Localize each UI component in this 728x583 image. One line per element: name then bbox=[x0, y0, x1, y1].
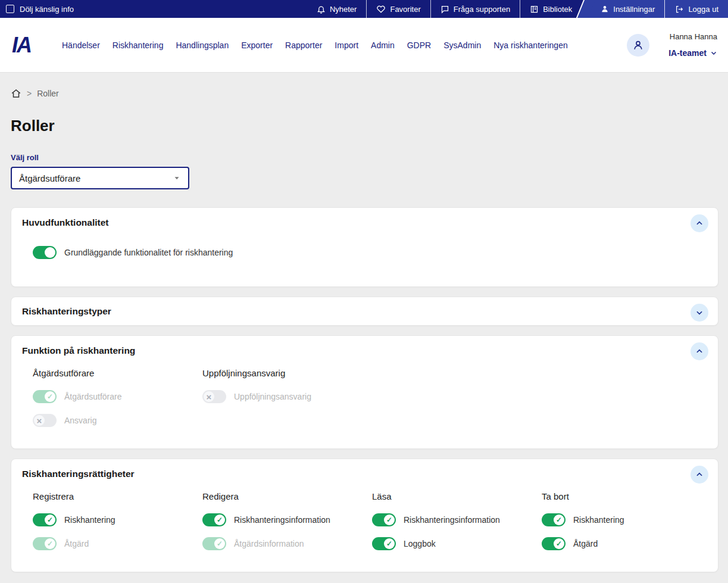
role-select-value: Åtgärdsutförare bbox=[19, 173, 80, 183]
avatar[interactable] bbox=[627, 34, 649, 57]
nav-item-admin[interactable]: Admin bbox=[371, 40, 395, 50]
toggle-switch[interactable] bbox=[33, 390, 57, 403]
column-ta-bort: Ta bort Riskhantering Åtgärd bbox=[542, 491, 711, 550]
toggle-switch[interactable] bbox=[202, 513, 226, 526]
toggle-label: Riskhanteringsinformation bbox=[234, 515, 330, 525]
card-title: Huvudfunktionalitet bbox=[22, 217, 707, 228]
topbar-menu: Nyheter Favoriter Fråga supporten Biblio… bbox=[307, 0, 582, 18]
topbar-item-label: Fråga supporten bbox=[454, 5, 510, 14]
nav-item-handlingsplan[interactable]: Handlingsplan bbox=[176, 40, 229, 50]
toggle-knob bbox=[34, 415, 45, 426]
collapse-button[interactable] bbox=[690, 304, 708, 322]
topbar-item-fraga-supporten[interactable]: Fråga supporten bbox=[430, 0, 520, 18]
page-title: Roller bbox=[11, 117, 728, 135]
nav-item-exporter[interactable]: Exporter bbox=[241, 40, 273, 50]
nav-item-import[interactable]: Import bbox=[335, 40, 358, 50]
toggle-knob bbox=[554, 538, 564, 549]
toggle-switch[interactable] bbox=[542, 537, 565, 550]
cards-container: Huvudfunktionalitet Grundläggande funkti… bbox=[0, 207, 728, 572]
toggle-row: Riskhantering bbox=[542, 513, 711, 526]
toggle-label: Riskhantering bbox=[573, 515, 624, 525]
toggle-label: Grundläggande funktionalitet för riskhan… bbox=[64, 248, 233, 257]
topbar-item-bibliotek[interactable]: Bibliotek bbox=[520, 0, 582, 18]
hide-sensitive-checkbox[interactable] bbox=[6, 5, 14, 13]
card-riskhanteringstyper: Riskhanteringstyper bbox=[11, 297, 718, 326]
column-lasa: Läsa Riskhanteringsinformation Loggbok bbox=[372, 491, 542, 550]
chevron-up-icon bbox=[695, 470, 704, 479]
topbar-item-logga-ut[interactable]: Logga ut bbox=[664, 0, 728, 18]
ia-logo[interactable]: IA bbox=[12, 33, 31, 58]
column-header: Åtgärdsutförare bbox=[33, 368, 202, 378]
collapse-button[interactable] bbox=[690, 466, 708, 484]
toggle-row: Åtgärd bbox=[542, 537, 711, 550]
chevron-up-icon bbox=[695, 347, 704, 356]
toggle-label: Åtgärd bbox=[64, 539, 89, 548]
column-header: Läsa bbox=[372, 491, 542, 501]
nav-item-nya-riskhanteringen[interactable]: Nya riskhanteringen bbox=[493, 40, 568, 50]
bell-icon bbox=[317, 5, 326, 14]
nav-item-gdpr[interactable]: GDPR bbox=[407, 40, 431, 50]
toggle-switch[interactable] bbox=[33, 246, 57, 259]
home-icon[interactable] bbox=[11, 88, 21, 99]
role-select[interactable]: Åtgärdsutförare bbox=[11, 167, 189, 189]
toggle-knob bbox=[214, 538, 225, 549]
toggle-switch[interactable] bbox=[372, 537, 396, 550]
topbar-right-section: Inställningar Logga ut bbox=[585, 0, 728, 18]
user-name: Hanna Hanna bbox=[668, 32, 717, 41]
collapse-button[interactable] bbox=[690, 214, 708, 232]
topbar-item-label: Nyheter bbox=[330, 5, 357, 14]
column-redigera: Redigera Riskhanteringsinformation Åtgär… bbox=[202, 491, 372, 550]
toggle-label: Ansvarig bbox=[64, 416, 96, 425]
toggle-row: Åtgärd bbox=[33, 537, 202, 550]
nav-item-handelser[interactable]: Händelser bbox=[62, 40, 100, 50]
toggle-row: Uppföljningsansvarig bbox=[202, 390, 372, 403]
toggle-switch[interactable] bbox=[202, 390, 226, 403]
nav-item-sysadmin[interactable]: SysAdmin bbox=[443, 40, 481, 50]
user-block: Hanna Hanna IA-teamet bbox=[668, 32, 717, 58]
hide-sensitive-group[interactable]: Dölj känslig info bbox=[0, 0, 74, 18]
nav-item-rapporter[interactable]: Rapporter bbox=[285, 40, 322, 50]
toggle-switch[interactable] bbox=[33, 537, 57, 550]
toggle-switch[interactable] bbox=[202, 537, 226, 550]
heart-icon bbox=[376, 5, 386, 14]
toggle-knob bbox=[554, 515, 564, 525]
toggle-switch[interactable] bbox=[33, 414, 57, 427]
logout-icon bbox=[674, 5, 684, 14]
collapse-button[interactable] bbox=[690, 342, 708, 360]
toggle-knob bbox=[45, 515, 55, 525]
toggle-row: Riskhanteringsinformation bbox=[202, 513, 372, 526]
app-header: IA Händelser Riskhantering Handlingsplan… bbox=[0, 18, 728, 73]
toggle-label: Riskhantering bbox=[64, 515, 115, 525]
toggle-switch[interactable] bbox=[372, 513, 396, 526]
nav-item-riskhantering[interactable]: Riskhantering bbox=[113, 40, 164, 50]
topbar-item-label: Logga ut bbox=[688, 5, 718, 14]
toggle-row: Riskhanteringsinformation bbox=[372, 513, 542, 526]
topbar-item-nyheter[interactable]: Nyheter bbox=[307, 0, 367, 18]
team-selector[interactable]: IA-teamet bbox=[668, 48, 717, 58]
toggle-knob bbox=[45, 391, 55, 402]
column-header: Ta bort bbox=[542, 491, 711, 501]
toggle-knob bbox=[45, 538, 55, 549]
topbar-item-favoriter[interactable]: Favoriter bbox=[366, 0, 430, 18]
toggle-row: Ansvarig bbox=[33, 414, 202, 427]
book-icon bbox=[530, 5, 539, 14]
topbar-item-installningar[interactable]: Inställningar bbox=[591, 0, 664, 18]
toggle-label: Åtgärdsinformation bbox=[234, 539, 304, 548]
toggle-switch[interactable] bbox=[542, 513, 565, 526]
toggle-label: Riskhanteringsinformation bbox=[404, 515, 500, 525]
role-select-group: Välj roll Åtgärdsutförare bbox=[11, 153, 728, 189]
card-title: Funktion på riskhantering bbox=[22, 345, 707, 356]
toggle-label: Uppföljningsansvarig bbox=[234, 392, 311, 401]
topbar-item-label: Inställningar bbox=[613, 5, 655, 14]
chat-icon bbox=[440, 5, 449, 14]
toggle-knob bbox=[384, 538, 395, 549]
chevron-down-icon bbox=[710, 49, 717, 57]
team-name: IA-teamet bbox=[668, 48, 707, 58]
header-user-area: Hanna Hanna IA-teamet bbox=[627, 32, 728, 58]
toggle-switch[interactable] bbox=[33, 513, 57, 526]
toggle-label: Åtgärdsutförare bbox=[64, 392, 122, 401]
person-icon bbox=[601, 5, 609, 13]
toggle-knob bbox=[204, 391, 214, 402]
card-riskhanteringsrattigheter: Riskhanteringsrättigheter Registrera Ris… bbox=[11, 459, 718, 572]
person-icon bbox=[632, 39, 644, 51]
